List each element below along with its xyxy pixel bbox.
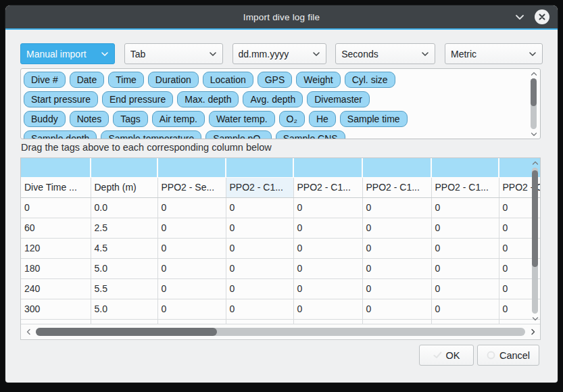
tag-row: Start pressure End pressure Max. depth A… [24,91,527,107]
table-cell: 0 [293,197,362,218]
dropzone-cell[interactable] [431,158,499,177]
dropzone-cell[interactable] [91,158,157,177]
table-cell: 0 [362,218,431,238]
tag-avg-depth[interactable]: Avg. depth [243,91,303,107]
chevron-down-icon [209,51,217,57]
scroll-left-icon[interactable] [24,328,32,335]
scrollbar-track[interactable] [36,328,525,336]
import-mode-select[interactable]: Manual import [20,43,115,64]
tags-scrollbar[interactable] [529,70,538,137]
tag-sample-temperature[interactable]: Sample temperature [101,130,201,139]
table-cell: 0 [431,299,499,319]
table-cell: 0 [157,278,226,299]
tag-sample-po2[interactable]: Sample pO₂ [205,130,271,139]
preview-table: Dive Time ... Depth (m) PPO2 - Se... PPO… [20,157,541,340]
tag-date[interactable]: Date [70,72,105,88]
table-cell: 0.0 [91,197,157,218]
tag-sample-time[interactable]: Sample time [340,111,408,127]
close-button[interactable] [535,9,549,24]
tag-buddy[interactable]: Buddy [24,111,66,127]
column-header: PPO2 - C1... [431,177,499,197]
chevron-down-icon [515,11,524,23]
separator-value: Tab [130,49,205,59]
tag-time[interactable]: Time [108,72,144,88]
tag-divemaster[interactable]: Divemaster [307,91,370,107]
table-row: 300 5.0 0 0 0 0 0 0 [21,299,540,319]
ok-button[interactable]: OK [419,345,474,366]
tag-duration[interactable]: Duration [148,72,199,88]
tag-end-pressure[interactable]: End pressure [102,91,173,107]
table-horizontal-scrollbar[interactable] [21,324,540,339]
dropzone-cell[interactable] [157,158,226,177]
tag-cyl-size[interactable]: Cyl. size [345,72,395,88]
table-cell: 0 [157,197,226,218]
table-cell: 0 [362,299,431,319]
table-row: 0 0.0 0 0 0 0 0 0 [21,197,540,218]
import-dive-log-dialog: Import dive log file Manual import Tab [5,5,558,383]
tag-o2[interactable]: O₂ [279,111,305,127]
tag-air-temp[interactable]: Air temp. [152,111,205,127]
table-cell: 0 [293,218,362,238]
separator-select[interactable]: Tab [124,43,223,64]
header-row: Dive Time ... Depth (m) PPO2 - Se... PPO… [21,177,540,197]
table-viewport: Dive Time ... Depth (m) PPO2 - Se... PPO… [21,158,540,324]
tag-water-temp[interactable]: Water temp. [209,111,275,127]
date-format-select[interactable]: dd.mm.yyyy [232,43,326,64]
table-vertical-scrollbar[interactable] [531,160,539,322]
scroll-down-icon[interactable] [532,315,539,322]
close-icon [539,11,545,23]
table-cell: 0 [362,197,431,218]
scrollbar-thumb[interactable] [36,328,217,336]
tag-location[interactable]: Location [203,72,253,88]
table-cell: 120 [21,238,91,258]
tag-he[interactable]: He [309,111,336,127]
tag-sample-cns[interactable]: Sample CNS [276,130,345,139]
column-header: PPO2 - C1... [362,177,431,197]
table-cell: 0 [293,278,362,299]
dropzone-cell[interactable] [21,158,91,177]
table-cell: 60 [21,218,91,238]
table-cell: 240 [21,278,91,299]
scroll-up-icon[interactable] [532,160,539,166]
dropzone-cell[interactable] [226,158,293,177]
table-cell: 0 [226,278,293,299]
table-cell: 0 [21,197,91,218]
shade-button[interactable] [514,11,525,22]
units-select[interactable]: Metric [445,43,543,64]
dropzone-row [21,158,540,177]
titlebar[interactable]: Import dive log file [5,5,558,28]
scroll-up-icon[interactable] [531,70,537,77]
table-cell: 5.0 [91,299,157,319]
scrollbar-thumb[interactable] [532,170,538,267]
scrollbar-thumb[interactable] [531,78,537,106]
column-header: Dive Time ... [21,177,91,197]
tag-sample-depth[interactable]: Sample depth [24,130,97,139]
tag-max-depth[interactable]: Max. depth [177,91,239,107]
cancel-button[interactable]: Cancel [477,345,539,366]
tag-gps[interactable]: GPS [258,72,293,88]
table-cell: 0 [157,218,226,238]
tag-row: Dive # Date Time Duration Location GPS W… [24,72,527,88]
tag-tags[interactable]: Tags [113,111,148,127]
table-cell: 300 [21,299,91,319]
table-cell: 0 [293,299,362,319]
scrollbar-track[interactable] [532,168,538,314]
table-cell: 0 [293,238,362,258]
scrollbar-track[interactable] [531,78,537,129]
tag-dive-number[interactable]: Dive # [24,72,66,88]
tag-weight[interactable]: Weight [296,72,340,88]
table-cell: 0 [362,258,431,278]
date-format-value: dd.mm.yyyy [239,49,308,59]
tag-start-pressure[interactable]: Start pressure [24,91,98,107]
accent-divider [5,28,558,30]
dropzone-cell[interactable] [293,158,362,177]
scroll-right-icon[interactable] [529,328,537,335]
table-cell: 2.5 [91,218,157,238]
dropzone-cell[interactable] [362,158,431,177]
duration-format-select[interactable]: Seconds [335,43,435,64]
cancel-button-label: Cancel [499,350,530,361]
tag-notes[interactable]: Notes [70,111,109,127]
scroll-down-icon[interactable] [531,130,537,137]
table-cell: 0 [157,299,226,319]
cancel-circle-icon [487,351,495,360]
